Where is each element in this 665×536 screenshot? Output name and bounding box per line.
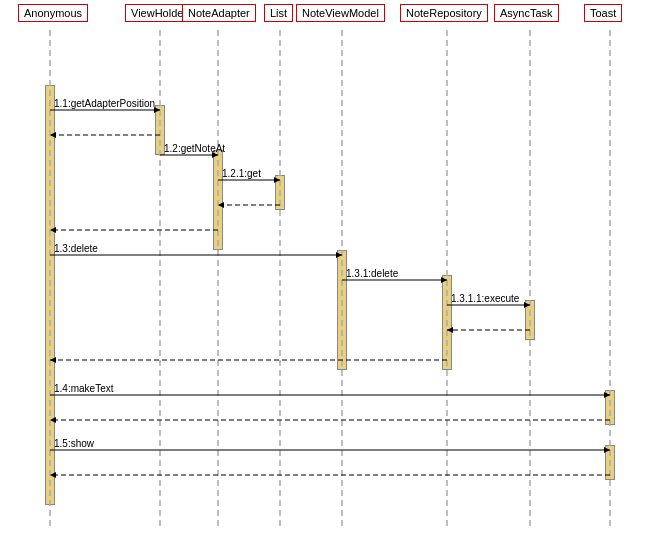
svg-marker-17 <box>218 202 224 208</box>
arrow-label-m1_2: 1.2:getNoteAt <box>164 143 225 154</box>
arrow-label-m1_3_1_1: 1.3.1.1:execute <box>451 293 520 304</box>
svg-marker-33 <box>50 417 56 423</box>
lifeline-box-list: List <box>264 4 293 22</box>
svg-marker-37 <box>50 472 56 478</box>
arrow-label-m1_2_1: 1.2.1:get <box>222 168 261 179</box>
sequence-diagram: 1.1:getAdapterPosition1.2:getNoteAt1.2.1… <box>0 0 665 536</box>
lifeline-box-noterepository: NoteRepository <box>400 4 488 22</box>
svg-marker-21 <box>336 252 342 258</box>
svg-marker-15 <box>274 177 280 183</box>
arrow-label-m1_3: 1.3:delete <box>54 243 98 254</box>
arrows-svg: 1.1:getAdapterPosition1.2:getNoteAt1.2.1… <box>0 0 665 536</box>
svg-marker-27 <box>447 327 453 333</box>
arrow-label-m1_3_1: 1.3.1:delete <box>346 268 399 279</box>
svg-marker-19 <box>50 227 56 233</box>
svg-marker-31 <box>604 392 610 398</box>
svg-marker-29 <box>50 357 56 363</box>
svg-marker-11 <box>50 132 56 138</box>
lifeline-box-anonymous: Anonymous <box>18 4 88 22</box>
svg-marker-23 <box>441 277 447 283</box>
lifeline-box-noteadapter: NoteAdapter <box>182 4 256 22</box>
lifeline-box-asynctask: AsyncTask <box>494 4 559 22</box>
arrow-label-m1_1: 1.1:getAdapterPosition <box>54 98 155 109</box>
svg-marker-25 <box>524 302 530 308</box>
arrow-label-m1_4: 1.4:makeText <box>54 383 114 394</box>
lifeline-box-toast: Toast <box>584 4 622 22</box>
lifeline-box-noteviewmodel: NoteViewModel <box>296 4 385 22</box>
svg-marker-35 <box>604 447 610 453</box>
arrow-label-m1_5: 1.5:show <box>54 438 95 449</box>
